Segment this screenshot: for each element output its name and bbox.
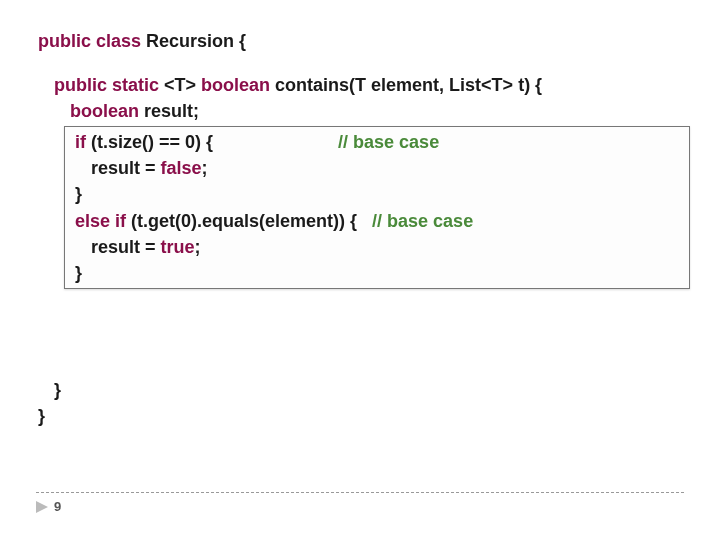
keyword: else if	[75, 211, 131, 231]
code-text: }	[38, 406, 45, 426]
code-text: result =	[91, 237, 161, 257]
code-line-4: if (t.size() == 0) { // base case	[69, 129, 685, 155]
code-text: (t.get(0).equals(element)) {	[131, 211, 372, 231]
code-text: result =	[91, 158, 161, 178]
code-line-1: public class Recursion {	[38, 31, 246, 51]
highlight-box: if (t.size() == 0) { // base case result…	[64, 126, 690, 289]
triangle-icon	[36, 501, 48, 513]
code-line-2: public static <T> boolean contains(T ele…	[38, 72, 690, 98]
comment: // base case	[372, 211, 473, 231]
svg-marker-0	[36, 501, 48, 513]
code-text: Recursion {	[146, 31, 246, 51]
code-line-close-class: }	[38, 406, 45, 426]
code-line-9: }	[69, 260, 685, 286]
code-text: ;	[195, 237, 201, 257]
code-line-5: result = false;	[69, 155, 685, 181]
code-line-6: }	[69, 181, 685, 207]
code-text: }	[54, 380, 61, 400]
keyword: boolean	[70, 101, 144, 121]
code-text: }	[75, 263, 82, 283]
code-line-3: boolean result;	[38, 98, 690, 124]
keyword: false	[161, 158, 202, 178]
slide: { "code": { "l1_kw1": "public class ", "…	[0, 0, 720, 540]
code-text: }	[75, 184, 82, 204]
keyword: public static	[54, 75, 164, 95]
code-block: public class Recursion { public static <…	[38, 28, 690, 429]
page-marker: 9	[36, 499, 684, 514]
code-line-close-method: }	[38, 377, 690, 403]
keyword: public class	[38, 31, 146, 51]
keyword: boolean	[201, 75, 275, 95]
keyword: if	[75, 132, 91, 152]
code-line-8: result = true;	[69, 234, 685, 260]
keyword: true	[161, 237, 195, 257]
comment: // base case	[338, 132, 439, 152]
code-text: contains(T element, List<T> t) {	[275, 75, 542, 95]
code-text: (t.size() == 0) {	[91, 132, 338, 152]
code-text: ;	[202, 158, 208, 178]
code-line-7: else if (t.get(0).equals(element)) { // …	[69, 208, 685, 234]
code-text: <T>	[164, 75, 201, 95]
code-text: result;	[144, 101, 199, 121]
slide-footer: 9	[36, 492, 684, 514]
page-number: 9	[54, 499, 61, 514]
